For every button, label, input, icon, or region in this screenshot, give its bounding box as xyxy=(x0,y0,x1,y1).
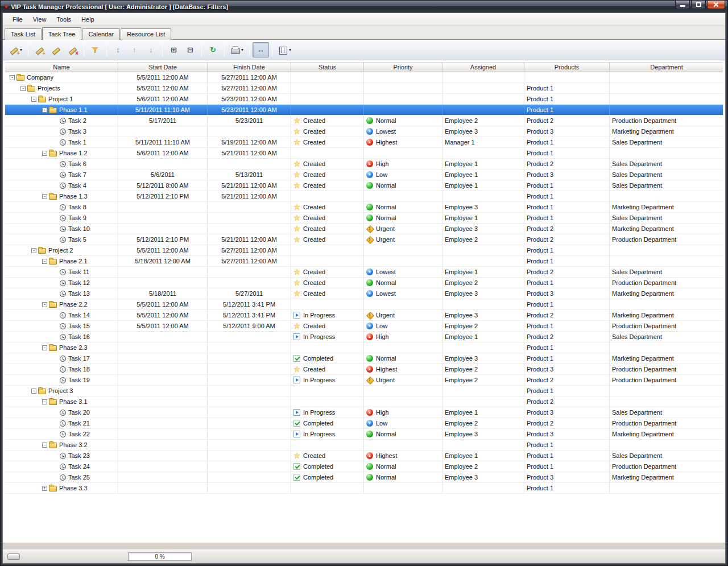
collapse-toggle[interactable]: - xyxy=(42,194,47,199)
column-header-status[interactable]: Status xyxy=(291,63,364,72)
task-new-button[interactable]: +▾ xyxy=(6,42,25,57)
grid-row-task-18[interactable]: Task 18Created▲HighestEmployee 2Product … xyxy=(5,364,723,375)
collapse-toggle[interactable]: - xyxy=(42,259,47,264)
grid-row-project-1[interactable]: -Project 15/6/2011 12:00 AM5/23/2011 12:… xyxy=(5,94,723,105)
fit-columns-button[interactable]: ↔ xyxy=(253,42,269,57)
grid-row-task-13[interactable]: Task 135/18/20115/27/2011Created▼LowestE… xyxy=(5,288,723,299)
menu-help[interactable]: Help xyxy=(76,14,100,24)
column-header-department[interactable]: Department xyxy=(610,63,723,72)
maximize-button[interactable] xyxy=(691,1,706,9)
menu-tools[interactable]: Tools xyxy=(51,14,76,24)
cell-priority xyxy=(364,148,442,158)
grid-row-task-6[interactable]: Task 6Created▲HighEmployee 1Product 2Sal… xyxy=(5,159,723,170)
grid-row-task-1[interactable]: Task 15/11/2011 11:10 AM5/19/2011 12:00 … xyxy=(5,137,723,148)
tab-task-tree[interactable]: Task Tree xyxy=(42,27,82,40)
grid-row-task-20[interactable]: Task 20In Progress▲HighEmployee 1Product… xyxy=(5,407,723,418)
cell-start: 5/18/2011 12:00 AM xyxy=(118,256,208,266)
grid-row-project-2[interactable]: -Project 25/5/2011 12:00 AM5/27/2011 12:… xyxy=(5,245,723,256)
cell-priority: Normal xyxy=(364,202,442,212)
cell-status xyxy=(291,483,364,493)
grid-row-phase-1-1[interactable]: -Phase 1.15/11/2011 11:10 AM5/23/2011 12… xyxy=(5,105,723,115)
grid-row-task-7[interactable]: Task 75/6/20115/13/2011Created▼LowEmploy… xyxy=(5,170,723,180)
grid-row-task-3[interactable]: Task 3Created▼LowestEmployee 3Product 3M… xyxy=(5,126,723,137)
collapse-toggle[interactable]: - xyxy=(42,399,47,404)
collapse-toggle[interactable]: - xyxy=(31,389,36,394)
grid-row-task-4[interactable]: Task 45/12/2011 8:00 AM5/21/2011 12:00 A… xyxy=(5,180,723,191)
cell-assigned xyxy=(442,83,524,93)
column-header-name[interactable]: Name xyxy=(5,63,118,72)
grid-row-task-12[interactable]: Task 12CreatedNormalEmployee 2Product 1P… xyxy=(5,278,723,288)
cell-start: 5/5/2011 12:00 AM xyxy=(118,310,208,320)
minimize-button[interactable] xyxy=(675,1,690,9)
cell-status: Created xyxy=(291,180,364,191)
grid-row-task-19[interactable]: Task 19In Progress!UrgentEmployee 2Produ… xyxy=(5,375,723,386)
grid-row-company[interactable]: -Company5/5/2011 12:00 AM5/27/2011 12:00… xyxy=(5,72,723,83)
expand-toggle[interactable]: + xyxy=(42,486,47,491)
cell-finish xyxy=(208,440,291,450)
grid-row-phase-1-3[interactable]: -Phase 1.35/12/2011 2:10 PM5/21/2011 12:… xyxy=(5,191,723,202)
grid-row-task-24[interactable]: Task 24CompletedNormalEmployee 2Product … xyxy=(5,461,723,472)
collapse-toggle[interactable]: - xyxy=(20,86,26,91)
collapse-toggle[interactable]: - xyxy=(31,97,36,102)
grid-row-task-23[interactable]: Task 23Created▲HighestEmployee 1Product … xyxy=(5,451,723,461)
grid-row-task-17[interactable]: Task 17CompletedNormalEmployee 3Product … xyxy=(5,353,723,364)
status-created-icon xyxy=(293,225,300,232)
cell-finish: 5/21/2011 12:00 AM xyxy=(208,234,291,245)
grid-row-project-3[interactable]: -Project 3Product 1 xyxy=(5,386,723,396)
menu-view[interactable]: View xyxy=(28,14,52,24)
collapse-toggle[interactable]: - xyxy=(42,443,47,448)
expand-all-button[interactable]: ⊞ xyxy=(166,42,182,57)
grid-row-phase-3-2[interactable]: -Phase 3.2Product 1 xyxy=(5,440,723,451)
grid-row-task-11[interactable]: Task 11Created▼LowestEmployee 1Product 2… xyxy=(5,267,723,278)
task-edit-button[interactable] xyxy=(48,42,64,57)
collapse-toggle[interactable]: - xyxy=(42,302,47,307)
column-header-assigned[interactable]: Assigned xyxy=(442,63,524,72)
collapse-toggle[interactable]: - xyxy=(31,248,36,253)
tab-calendar[interactable]: Calendar xyxy=(82,28,120,40)
close-button[interactable] xyxy=(707,1,725,9)
filter-button[interactable] xyxy=(87,42,104,57)
refresh-button[interactable]: ↻ xyxy=(205,42,221,57)
grid-row-phase-2-1[interactable]: -Phase 2.15/18/2011 12:00 AM5/27/2011 12… xyxy=(5,256,723,267)
move-up-button[interactable]: ↑ xyxy=(126,42,143,57)
task-delete-button[interactable]: × xyxy=(64,42,81,57)
grid-row-task-15[interactable]: Task 155/5/2011 12:00 AM5/12/2011 9:00 A… xyxy=(5,321,723,332)
tab-task-list[interactable]: Task List xyxy=(5,28,42,40)
collapse-toggle[interactable]: - xyxy=(42,345,47,350)
menu-file[interactable]: File xyxy=(7,14,28,24)
print-button[interactable]: ▾ xyxy=(228,42,246,57)
cell-name: Task 11 xyxy=(5,267,118,277)
column-header-priority[interactable]: Priority xyxy=(364,63,442,72)
column-header-finish[interactable]: Finish Date xyxy=(208,63,291,72)
collapse-toggle[interactable]: - xyxy=(42,151,47,156)
column-header-products[interactable]: Products xyxy=(524,63,610,72)
grid-row-phase-2-2[interactable]: -Phase 2.25/5/2011 12:00 AM5/12/2011 3:4… xyxy=(5,299,723,310)
grid-row-phase-2-3[interactable]: -Phase 2.3Product 1 xyxy=(5,342,723,353)
grid-row-phase-3-3[interactable]: +Phase 3.3Product 1 xyxy=(5,483,723,494)
grid-row-phase-1-2[interactable]: -Phase 1.25/6/2011 12:00 AM5/21/2011 12:… xyxy=(5,148,723,159)
grid-row-projects[interactable]: -Projects5/5/2011 12:00 AM5/27/2011 12:0… xyxy=(5,83,723,94)
grid-row-task-10[interactable]: Task 10Created!UrgentEmployee 3Product 2… xyxy=(5,224,723,234)
cell-priority xyxy=(364,440,442,450)
grid-row-task-9[interactable]: Task 9CreatedNormalEmployee 1Product 1Sa… xyxy=(5,213,723,224)
sort-button[interactable]: ↕ xyxy=(110,42,126,57)
grid-row-task-25[interactable]: Task 25CompletedNormalEmployee 3Product … xyxy=(5,472,723,483)
collapse-toggle[interactable]: - xyxy=(10,75,15,80)
grid-row-task-16[interactable]: Task 16In Progress▲HighEmployee 1Product… xyxy=(5,332,723,342)
grid-row-task-21[interactable]: Task 21Completed▼LowEmployee 2Product 2P… xyxy=(5,418,723,429)
grid-row-task-2[interactable]: Task 25/17/20115/23/2011CreatedNormalEmp… xyxy=(5,115,723,126)
grid-row-task-14[interactable]: Task 145/5/2011 12:00 AM5/12/2011 3:41 P… xyxy=(5,310,723,321)
grid-row-task-5[interactable]: Task 55/12/2011 2:10 PM5/21/2011 12:00 A… xyxy=(5,234,723,245)
collapse-toggle[interactable]: - xyxy=(42,108,47,113)
grid-row-task-22[interactable]: Task 22In ProgressNormalEmployee 3Produc… xyxy=(5,429,723,440)
grid-header: NameStart DateFinish DateStatusPriorityA… xyxy=(5,62,723,72)
collapse-all-button[interactable]: ⊟ xyxy=(182,42,198,57)
grid-row-task-8[interactable]: Task 8CreatedNormalEmployee 3Product 1Ma… xyxy=(5,202,723,213)
tab-resource-list[interactable]: Resource List xyxy=(121,28,171,40)
cell-finish: 5/27/2011 12:00 AM xyxy=(208,256,291,266)
move-down-button[interactable]: ↓ xyxy=(143,42,159,57)
task-add-button[interactable]: + xyxy=(31,42,48,57)
column-header-start[interactable]: Start Date xyxy=(118,63,208,72)
columns-button[interactable]: ▾ xyxy=(275,42,294,57)
grid-row-phase-3-1[interactable]: -Phase 3.1Product 2 xyxy=(5,396,723,407)
